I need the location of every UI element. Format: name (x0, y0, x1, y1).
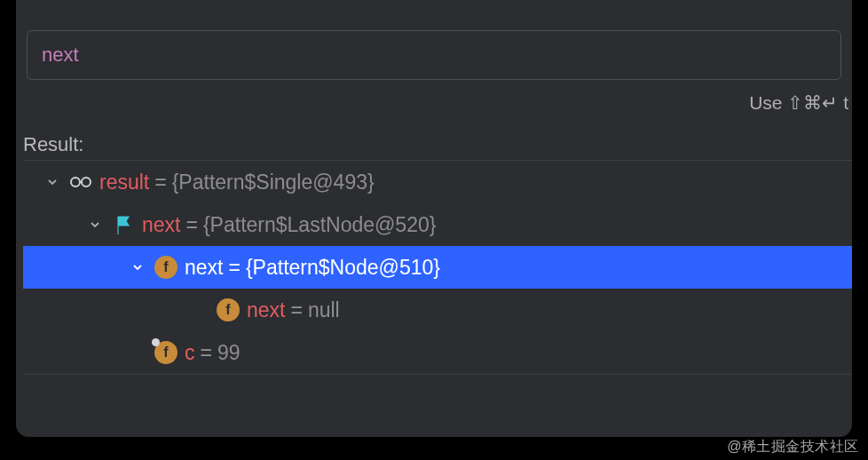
var-name: result (99, 171, 149, 194)
equals: = (285, 298, 307, 322)
var-value: {Pattern$Single@493} (172, 171, 375, 194)
var-name: next (185, 256, 223, 280)
var-value: {Pattern$Node@510} (246, 256, 440, 280)
expression-value: next (42, 44, 79, 66)
tree-row-c[interactable]: c = 99 (23, 331, 852, 374)
var-name: next (247, 298, 285, 322)
var-name: c (185, 341, 195, 365)
equals: = (195, 341, 217, 365)
shortcut-hint: Use ⇧⌘↵ t (16, 80, 852, 114)
chevron-down-icon[interactable] (41, 177, 64, 187)
result-label: Result: (16, 114, 852, 160)
equals: = (223, 256, 245, 280)
chevron-down-icon[interactable] (83, 219, 107, 230)
result-tree: result = {Pattern$Single@493} next = {Pa… (23, 160, 852, 375)
glasses-icon (69, 171, 92, 194)
var-value: 99 (217, 341, 241, 365)
var-name: next (142, 213, 180, 237)
watermark: @稀土掘金技术社区 (727, 438, 859, 456)
field-icon (154, 256, 178, 279)
var-value: null (308, 298, 340, 322)
var-value: {Pattern$LastNode@520} (203, 213, 437, 237)
evaluate-panel: next Use ⇧⌘↵ t Result: result = {Pattern… (16, 0, 852, 437)
svg-point-0 (71, 178, 80, 186)
tree-row-next-2-selected[interactable]: next = {Pattern$Node@510} (23, 246, 852, 289)
field-icon (217, 298, 240, 321)
flag-icon (112, 213, 135, 236)
equals: = (180, 213, 202, 237)
svg-point-1 (82, 178, 91, 186)
tree-row-next-1[interactable]: next = {Pattern$LastNode@520} (23, 203, 852, 246)
expression-input-box[interactable]: next (27, 30, 841, 80)
tree-row-result[interactable]: result = {Pattern$Single@493} (23, 161, 852, 203)
field-icon (154, 341, 178, 364)
hint-suffix: t (838, 92, 848, 113)
chevron-down-icon[interactable] (126, 262, 149, 273)
hint-prefix: Use (749, 92, 787, 113)
tree-row-next-3[interactable]: next = null (23, 289, 852, 331)
hint-keys: ⇧⌘↵ (787, 92, 838, 113)
equals: = (149, 171, 171, 194)
